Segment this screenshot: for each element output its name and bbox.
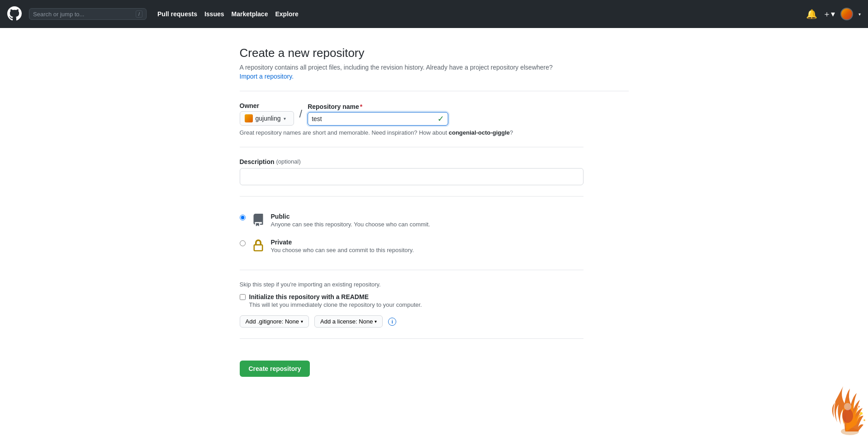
nav-marketplace[interactable]: Marketplace	[232, 10, 268, 18]
hint-suggestion: congenial-octo-giggle	[449, 129, 510, 136]
import-link[interactable]: Import a repository.	[240, 73, 294, 80]
required-star: *	[360, 103, 362, 110]
divider-init-top	[240, 270, 583, 270]
visibility-section: Public Anyone can see this repository. Y…	[240, 207, 583, 259]
owner-name: gujunling	[256, 115, 281, 122]
kbd-slash: /	[136, 10, 142, 18]
slash-divider: /	[298, 108, 304, 120]
page-subtitle: A repository contains all project files,…	[240, 64, 629, 71]
visibility-private-option: Private You choose who can see and commi…	[240, 233, 583, 259]
license-dropdown[interactable]: Add a license: None ▾	[314, 315, 383, 328]
readme-description: This will let you immediately clone the …	[249, 301, 422, 308]
search-box[interactable]: /	[29, 8, 147, 20]
visibility-public-title: Public	[271, 213, 583, 220]
visibility-private-text: Private You choose who can see and commi…	[271, 239, 583, 253]
visibility-public-desc: Anyone can see this repository. You choo…	[271, 221, 583, 228]
owner-dropdown-arrow: ▾	[284, 116, 286, 121]
nav-issues[interactable]: Issues	[204, 10, 224, 18]
gitignore-dropdown[interactable]: Add .gitignore: None ▾	[240, 315, 309, 328]
add-icon[interactable]: ＋▾	[823, 9, 835, 19]
divider-bottom	[240, 338, 583, 339]
owner-field-group: Owner gujunling ▾	[240, 102, 294, 126]
description-optional: (optional)	[276, 158, 301, 165]
create-repo-form: Owner gujunling ▾ / Repository name* ✓	[240, 102, 583, 377]
divider-top	[240, 91, 629, 91]
nav-links: Pull requests Issues Marketplace Explore	[157, 10, 299, 18]
visibility-public-radio[interactable]	[240, 215, 246, 220]
visibility-private-radio[interactable]	[240, 240, 246, 246]
description-label-row: Description (optional)	[240, 158, 583, 165]
info-icon[interactable]: i	[388, 318, 396, 326]
main-content: Create a new repository A repository con…	[231, 28, 638, 404]
visibility-public-text: Public Anyone can see this repository. Y…	[271, 213, 583, 228]
readme-checkbox-row: Initialize this repository with a README…	[240, 293, 583, 308]
divider-visibility-top	[240, 196, 583, 197]
init-hint: Skip this step if you're importing an ex…	[240, 281, 583, 288]
owner-label: Owner	[240, 102, 294, 109]
description-section: Description (optional)	[240, 158, 583, 185]
visibility-private-title: Private	[271, 239, 583, 246]
svg-point-5	[844, 403, 851, 404]
init-section: Skip this step if you're importing an ex…	[240, 281, 583, 328]
private-icon	[251, 239, 266, 253]
create-repo-button[interactable]: Create repository	[240, 361, 310, 377]
nav-pull-requests[interactable]: Pull requests	[157, 10, 197, 18]
nav-explore[interactable]: Explore	[275, 10, 298, 18]
license-chevron: ▾	[375, 319, 377, 324]
owner-select[interactable]: gujunling ▾	[240, 111, 294, 126]
nav-right: 🔔 ＋▾ ▾	[806, 8, 861, 20]
readme-text-group: Initialize this repository with a README…	[249, 293, 422, 308]
dropdown-row: Add .gitignore: None ▾ Add a license: No…	[240, 315, 583, 328]
user-avatar[interactable]	[840, 8, 853, 20]
repo-name-wrapper: ✓	[308, 112, 448, 126]
user-menu-chevron[interactable]: ▾	[859, 12, 861, 17]
notifications-icon[interactable]: 🔔	[806, 9, 817, 19]
hint-text: Great repository names are short and mem…	[240, 129, 583, 136]
description-input[interactable]	[240, 168, 583, 185]
gitignore-chevron: ▾	[301, 319, 303, 324]
visibility-public-option: Public Anyone can see this repository. Y…	[240, 207, 583, 233]
divider-description-top	[240, 147, 583, 147]
repo-name-field-group: Repository name* ✓	[308, 103, 448, 126]
decorative-character	[814, 373, 868, 404]
search-input[interactable]	[33, 11, 132, 18]
visibility-private-desc: You choose who can see and commit to thi…	[271, 247, 583, 253]
page-title: Create a new repository	[240, 46, 629, 60]
repo-name-label: Repository name*	[308, 103, 448, 110]
navbar: / Pull requests Issues Marketplace Explo…	[0, 0, 868, 28]
readme-checkbox[interactable]	[240, 294, 246, 300]
check-icon: ✓	[437, 114, 444, 124]
owner-avatar-icon	[245, 114, 253, 122]
readme-label[interactable]: Initialize this repository with a README	[249, 293, 369, 300]
github-logo[interactable]	[7, 6, 22, 22]
public-icon	[251, 213, 266, 227]
repo-name-input[interactable]	[308, 113, 435, 125]
owner-repo-row: Owner gujunling ▾ / Repository name* ✓	[240, 102, 583, 126]
